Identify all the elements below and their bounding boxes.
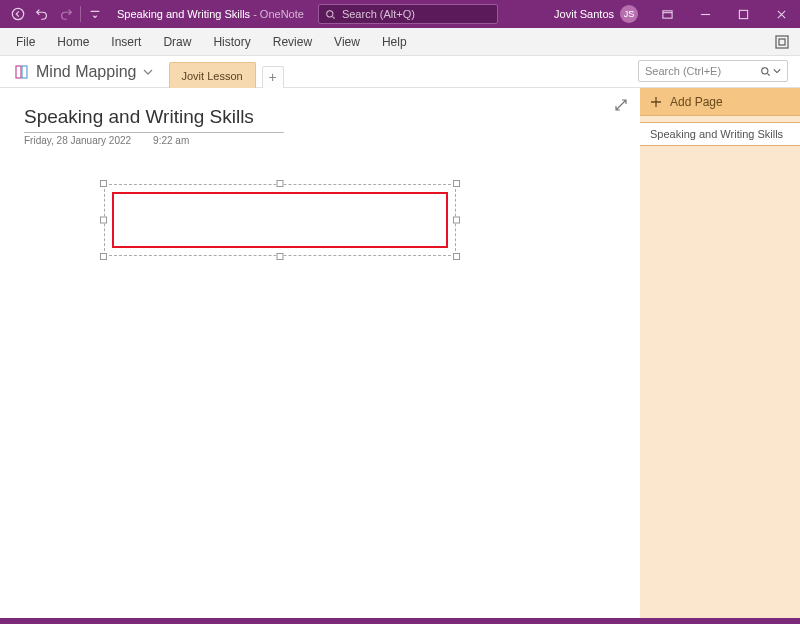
menu-view[interactable]: View (334, 35, 360, 49)
window-title: Speaking and Writing Skills - OneNote (117, 8, 304, 20)
page-time[interactable]: 9:22 am (153, 135, 189, 146)
bottom-frame (0, 618, 800, 624)
page-list-panel: Add Page Speaking and Writing Skills (640, 88, 800, 624)
search-icon (325, 9, 336, 20)
add-page-label: Add Page (670, 95, 723, 109)
redo-button[interactable] (54, 0, 78, 28)
notebook-icon (14, 64, 30, 80)
page-list-item[interactable]: Speaking and Writing Skills (640, 122, 800, 146)
svg-rect-7 (22, 66, 27, 78)
page-canvas[interactable]: Speaking and Writing Skills Friday, 28 J… (0, 88, 640, 624)
svg-rect-5 (779, 39, 785, 45)
back-button[interactable] (6, 0, 30, 28)
section-tab-row: Mind Mapping Jovit Lesson + Search (Ctrl… (0, 56, 800, 88)
page-search-input[interactable]: Search (Ctrl+E) (638, 60, 788, 82)
section-tab-label: Jovit Lesson (182, 70, 243, 82)
minimize-button[interactable] (686, 0, 724, 28)
svg-point-1 (327, 10, 333, 16)
ribbon-display-button[interactable] (648, 0, 686, 28)
resize-handle-bm[interactable] (277, 253, 284, 260)
page-search-placeholder: Search (Ctrl+E) (645, 65, 721, 77)
resize-handle-bl[interactable] (100, 253, 107, 260)
chevron-down-icon (773, 67, 781, 75)
menu-insert[interactable]: Insert (111, 35, 141, 49)
app-name-suffix: - OneNote (250, 8, 304, 20)
search-icon (760, 66, 771, 77)
plus-icon (650, 96, 662, 108)
resize-handle-mr[interactable] (453, 217, 460, 224)
qat-customize-button[interactable] (83, 0, 107, 28)
page-title[interactable]: Speaking and Writing Skills (24, 106, 284, 128)
menu-file[interactable]: File (16, 35, 35, 49)
page-list-item-label: Speaking and Writing Skills (650, 128, 783, 140)
username-label[interactable]: Jovit Santos (554, 8, 620, 20)
maximize-button[interactable] (724, 0, 762, 28)
add-section-button[interactable]: + (262, 66, 284, 88)
notebook-dropdown[interactable]: Mind Mapping (14, 63, 163, 87)
menu-home[interactable]: Home (57, 35, 89, 49)
menu-help[interactable]: Help (382, 35, 407, 49)
resize-handle-ml[interactable] (100, 217, 107, 224)
svg-point-8 (762, 67, 768, 73)
menu-review[interactable]: Review (273, 35, 312, 49)
title-bar: Speaking and Writing Skills - OneNote Se… (0, 0, 800, 28)
svg-rect-4 (776, 36, 788, 48)
menu-draw[interactable]: Draw (163, 35, 191, 49)
add-page-button[interactable]: Add Page (640, 88, 800, 116)
svg-point-0 (12, 8, 23, 19)
expand-canvas-button[interactable] (614, 98, 628, 112)
page-date[interactable]: Friday, 28 January 2022 (24, 135, 131, 146)
resize-handle-tr[interactable] (453, 180, 460, 187)
menu-history[interactable]: History (213, 35, 250, 49)
rectangle-shape[interactable] (112, 192, 448, 248)
collapse-ribbon-button[interactable] (774, 34, 790, 50)
selected-object-container[interactable] (100, 180, 460, 260)
notebook-name: Mind Mapping (36, 63, 137, 81)
undo-button[interactable] (30, 0, 54, 28)
svg-rect-6 (16, 66, 21, 78)
search-placeholder: Search (Alt+Q) (342, 8, 415, 20)
title-underline (24, 132, 284, 133)
global-search-input[interactable]: Search (Alt+Q) (318, 4, 498, 24)
section-tab-active[interactable]: Jovit Lesson (169, 62, 256, 88)
svg-rect-3 (739, 10, 747, 18)
resize-handle-tl[interactable] (100, 180, 107, 187)
menu-bar: File Home Insert Draw History Review Vie… (0, 28, 800, 56)
resize-handle-tm[interactable] (277, 180, 284, 187)
close-button[interactable] (762, 0, 800, 28)
svg-rect-2 (662, 10, 671, 17)
resize-handle-br[interactable] (453, 253, 460, 260)
chevron-down-icon (143, 67, 153, 77)
document-title: Speaking and Writing Skills (117, 8, 250, 20)
avatar[interactable]: JS (620, 5, 638, 23)
